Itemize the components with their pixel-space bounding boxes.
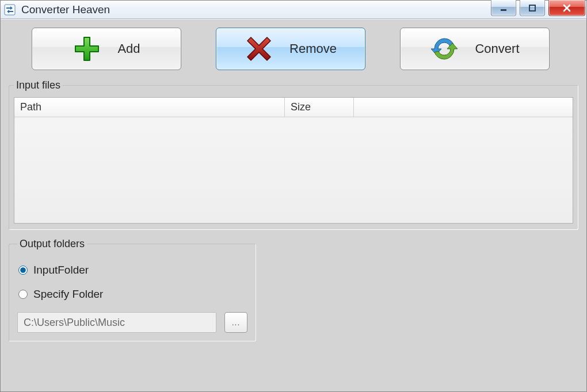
remove-button[interactable]: Remove [216,28,365,70]
radio-specify-folder-label: Specify Folder [33,288,103,301]
column-size[interactable]: Size [285,98,354,117]
file-table-header: Path Size [14,98,573,117]
refresh-icon [430,34,459,63]
input-files-group: Input files Path Size [9,79,578,230]
titlebar: Converter Heaven [1,1,586,19]
remove-button-label: Remove [289,41,337,56]
plus-icon [73,34,101,63]
window-title: Converter Heaven [21,3,110,16]
browse-button[interactable]: ... [224,312,247,333]
radio-input-folder[interactable]: InputFolder [18,264,247,276]
add-button[interactable]: Add [32,28,181,70]
maximize-button[interactable] [520,0,545,16]
minimize-button[interactable] [491,0,516,16]
app-window: Converter Heaven [0,0,587,392]
x-icon [245,34,273,63]
app-icon [4,4,16,16]
close-button[interactable] [548,0,585,16]
output-path-row: ... [17,312,247,333]
column-path[interactable]: Path [14,98,285,117]
ellipsis-icon: ... [232,318,241,327]
window-controls [491,0,586,17]
svg-rect-2 [529,5,535,11]
output-folders-legend: Output folders [17,238,87,250]
client-area: Add Remove [1,19,586,391]
output-folders-group: Output folders InputFolder Specify Folde… [9,238,256,341]
convert-button[interactable]: Convert [400,28,550,70]
radio-input-folder-label: InputFolder [33,264,89,276]
file-table[interactable]: Path Size [14,97,573,224]
convert-button-label: Convert [475,41,519,56]
radio-specify-folder[interactable]: Specify Folder [18,288,247,301]
svg-rect-0 [5,5,15,15]
output-path-input[interactable] [17,312,216,333]
radio-input-folder-input[interactable] [18,266,28,275]
output-area: Output folders InputFolder Specify Folde… [9,238,578,341]
toolbar: Add Remove [9,28,578,76]
column-spacer [354,98,573,117]
add-button-label: Add [117,41,140,56]
file-table-body[interactable] [14,117,573,223]
input-files-legend: Input files [14,79,63,91]
radio-specify-folder-input[interactable] [18,290,28,299]
svg-rect-1 [501,9,506,11]
